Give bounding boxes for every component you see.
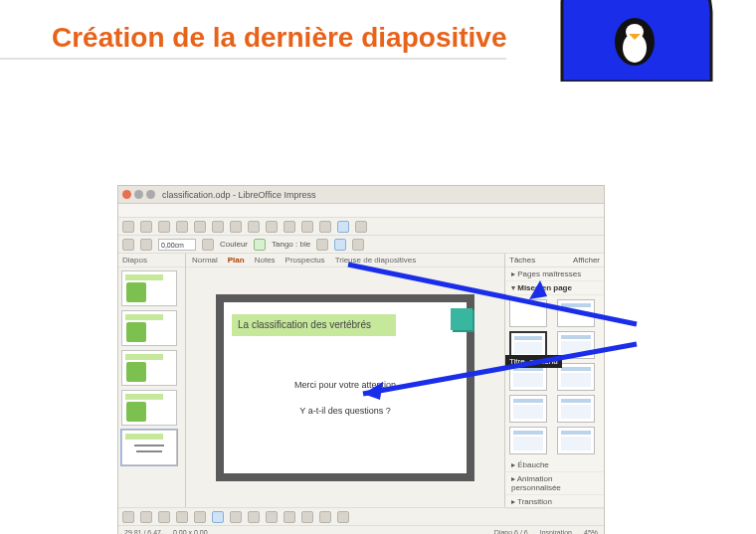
view-tab-notes[interactable]: Notes bbox=[255, 256, 276, 265]
text-icon[interactable] bbox=[194, 511, 206, 523]
status-slide-info: Diapo 6 / 6 bbox=[494, 529, 528, 534]
redo-icon[interactable] bbox=[284, 221, 295, 233]
line-icon[interactable] bbox=[140, 511, 152, 523]
slide-thumb-selected[interactable]: 6 bbox=[121, 430, 177, 465]
symbol-shapes-icon[interactable] bbox=[266, 511, 278, 523]
window-title: classification.odp - LibreOffice Impress bbox=[162, 190, 315, 200]
view-tab-handout[interactable]: Prospectus bbox=[285, 256, 325, 265]
svg-marker-1 bbox=[529, 280, 547, 299]
slide-panel: Diapos 2 3 4 5 6 bbox=[118, 254, 186, 507]
options-icon[interactable] bbox=[352, 239, 364, 251]
help-icon[interactable] bbox=[355, 221, 367, 233]
annotation-arrow-top bbox=[338, 255, 647, 334]
task-section-sketch[interactable]: ▸ Ébauche bbox=[505, 458, 604, 472]
window-maximize-button[interactable] bbox=[146, 190, 155, 199]
ellipse-icon[interactable] bbox=[176, 511, 188, 523]
slide-thumb[interactable]: 5 bbox=[121, 390, 177, 426]
titlebar: classification.odp - LibreOffice Impress bbox=[118, 186, 604, 204]
rect-icon[interactable] bbox=[158, 511, 170, 523]
table-icon[interactable] bbox=[319, 221, 331, 233]
task-section-trans[interactable]: ▸ Transition bbox=[505, 495, 604, 509]
basic-shapes-icon[interactable] bbox=[248, 511, 260, 523]
fill-color-label: Couleur bbox=[220, 240, 248, 249]
layout-option[interactable] bbox=[509, 427, 547, 454]
arrow-shapes-icon[interactable] bbox=[284, 511, 295, 523]
paste-icon[interactable] bbox=[248, 221, 260, 233]
color-style-label: Tango : ble bbox=[272, 240, 310, 249]
export-icon[interactable] bbox=[176, 221, 188, 233]
undo-icon[interactable] bbox=[266, 221, 278, 233]
svg-line-2 bbox=[363, 344, 637, 394]
callout-icon[interactable] bbox=[319, 511, 331, 523]
line-width-field[interactable]: 0,00cm bbox=[158, 239, 196, 251]
new-doc-icon[interactable] bbox=[122, 221, 134, 233]
shadow-icon[interactable] bbox=[316, 239, 328, 251]
svg-line-0 bbox=[348, 265, 637, 324]
curve-icon[interactable] bbox=[212, 511, 224, 523]
arrow-select-icon[interactable] bbox=[122, 239, 134, 251]
fill-swatch-icon[interactable] bbox=[254, 239, 266, 251]
view-tab-outline[interactable]: Plan bbox=[228, 256, 245, 265]
annotation-arrow-bottom bbox=[348, 334, 647, 414]
slide-thumb[interactable]: 3 bbox=[121, 310, 177, 346]
slide-thumb[interactable]: 2 bbox=[121, 270, 177, 306]
connector-icon[interactable] bbox=[230, 511, 242, 523]
menubar[interactable] bbox=[118, 204, 604, 218]
line-style-icon[interactable] bbox=[140, 239, 152, 251]
window-close-button[interactable] bbox=[122, 190, 131, 199]
status-template: Inspiration bbox=[540, 529, 572, 534]
slideshow-icon[interactable] bbox=[337, 221, 349, 233]
copy-icon[interactable] bbox=[230, 221, 242, 233]
status-size: 0,00 x 0,00 bbox=[173, 529, 208, 534]
star-shapes-icon[interactable] bbox=[301, 511, 313, 523]
save-icon[interactable] bbox=[158, 221, 170, 233]
3d-icon[interactable] bbox=[337, 511, 349, 523]
status-coords: 29,81 / 6,47 bbox=[124, 529, 161, 534]
page-title: Création de la dernière diapositive bbox=[0, 0, 506, 60]
cut-icon[interactable] bbox=[212, 221, 224, 233]
slide-panel-header: Diapos bbox=[118, 254, 185, 267]
interaction-icon[interactable] bbox=[334, 239, 346, 251]
mascot-illustration bbox=[517, 0, 746, 82]
open-icon[interactable] bbox=[140, 221, 152, 233]
toolbar-standard bbox=[118, 218, 604, 236]
window-minimize-button[interactable] bbox=[134, 190, 143, 199]
status-bar: 29,81 / 6,47 0,00 x 0,00 Diapo 6 / 6 Ins… bbox=[118, 525, 604, 534]
toolbar-line: 0,00cm Couleur Tango : ble bbox=[118, 236, 604, 254]
line-color-icon[interactable] bbox=[202, 239, 214, 251]
chart-icon[interactable] bbox=[301, 221, 313, 233]
layout-option[interactable] bbox=[557, 427, 595, 454]
task-section-anim[interactable]: ▸ Animation personnalisée bbox=[505, 472, 604, 495]
view-tab-normal[interactable]: Normal bbox=[192, 256, 218, 265]
print-icon[interactable] bbox=[194, 221, 206, 233]
pointer-icon[interactable] bbox=[122, 511, 134, 523]
status-zoom[interactable]: 45% bbox=[584, 529, 598, 534]
toolbar-drawing bbox=[118, 507, 604, 525]
slide-thumb[interactable]: 4 bbox=[121, 350, 177, 386]
